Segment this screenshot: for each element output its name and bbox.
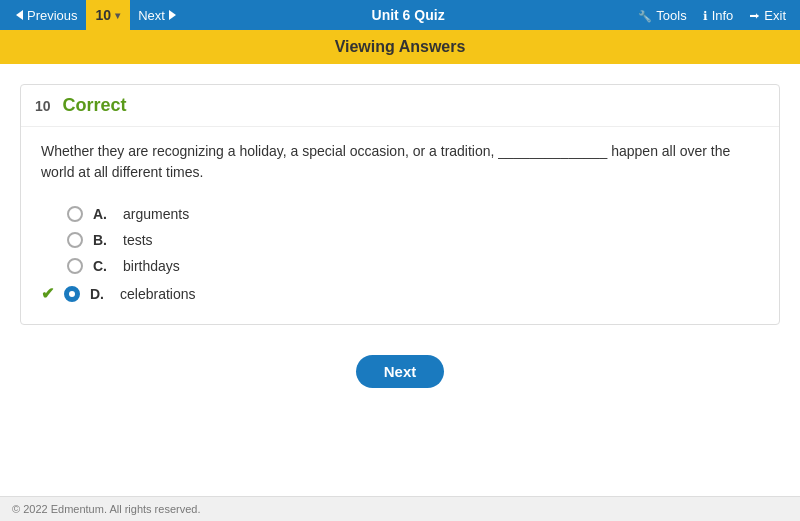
next-button[interactable]: Next [356,355,445,388]
arrow-right-icon [169,10,176,20]
arrow-left-icon [16,10,23,20]
option-text-b: tests [123,232,153,248]
answer-options: A. arguments B. tests C. birthdays ✔ [21,197,779,324]
info-button[interactable]: Info [697,8,740,23]
wrench-icon [638,8,652,23]
tools-label: Tools [656,8,686,23]
previous-label: Previous [27,8,78,23]
right-nav: Tools Info Exit [632,8,792,23]
exit-label: Exit [764,8,786,23]
info-icon [703,8,708,23]
radio-d[interactable] [64,286,80,302]
option-row-c: C. birthdays [41,253,759,279]
radio-a[interactable] [67,206,83,222]
radio-c[interactable] [67,258,83,274]
option-text-a: arguments [123,206,189,222]
footer-text: © 2022 Edmentum. All rights reserved. [12,503,200,515]
main-content: 10 Correct Whether they are recognizing … [0,64,800,496]
viewing-banner: Viewing Answers [0,30,800,64]
option-row-b: B. tests [41,227,759,253]
next-button-container: Next [0,335,800,408]
option-letter-a: A. [93,206,113,222]
dropdown-arrow-icon: ▾ [115,10,120,21]
tools-button[interactable]: Tools [632,8,692,23]
exit-button[interactable]: Exit [743,8,792,23]
question-card: 10 Correct Whether they are recognizing … [20,84,780,325]
top-nav-bar: Previous 10 ▾ Next Unit 6 Quiz Tools Inf… [0,0,800,30]
question-number: 10 [96,7,112,23]
option-text-d: celebrations [120,286,196,302]
banner-title: Viewing Answers [335,38,466,55]
checkmark-icon-d: ✔ [41,284,54,303]
question-header: 10 Correct [21,85,779,127]
info-label: Info [712,8,734,23]
next-nav-label: Next [138,8,165,23]
exit-icon [749,8,760,23]
correct-status-label: Correct [63,95,127,116]
option-letter-b: B. [93,232,113,248]
option-letter-c: C. [93,258,113,274]
next-nav-button[interactable]: Next [130,0,184,30]
option-letter-d: D. [90,286,110,302]
question-number-display[interactable]: 10 ▾ [86,0,131,30]
option-text-c: birthdays [123,258,180,274]
option-row-d: ✔ D. celebrations [41,279,759,308]
previous-button[interactable]: Previous [8,0,86,30]
question-text: Whether they are recognizing a holiday, … [21,127,779,197]
radio-b[interactable] [67,232,83,248]
quiz-title: Unit 6 Quiz [184,7,632,23]
option-row-a: A. arguments [41,201,759,227]
footer: © 2022 Edmentum. All rights reserved. [0,496,800,521]
question-number-badge: 10 [35,98,51,114]
